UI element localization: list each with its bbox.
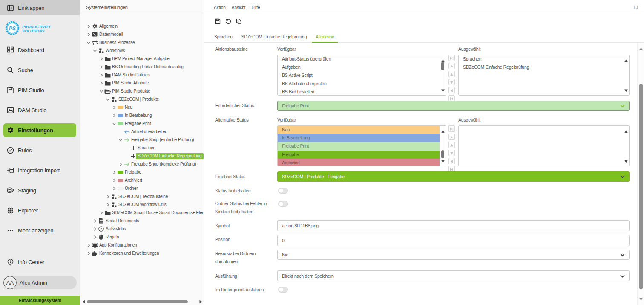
tree-node-artikel-berarbeiten[interactable]: Artikel überarbeiten	[80, 128, 204, 136]
tree-node-konnektoren-und-erweiterungen[interactable]: Konnektoren und Erweiterungen	[80, 249, 204, 257]
im-hintergrund-toggle[interactable]	[278, 287, 288, 293]
chevron-right-icon[interactable]	[99, 81, 104, 85]
chevron-right-icon[interactable]	[93, 227, 97, 231]
chevron-right-icon[interactable]	[99, 211, 104, 215]
menu-hilfe[interactable]: Hilfe	[249, 5, 263, 10]
tab-sprachen[interactable]: Sprachen	[210, 29, 236, 43]
tab-sdzecom-einfache-regelpr-fung[interactable]: SDZeCOM Einfache Regelprüfung	[238, 29, 310, 43]
scroll-right-icon[interactable]	[198, 298, 204, 305]
chevron-down-icon[interactable]	[118, 138, 123, 142]
list-item[interactable]: In Bearbeitung	[278, 134, 440, 142]
scroll-down-icon[interactable]	[441, 86, 445, 94]
sidebar-item-explorer[interactable]: Explorer	[0, 200, 80, 221]
list-item[interactable]: SDZeCOM Einfache Regelprüfung	[459, 63, 629, 71]
alternative-status-selected-listbox[interactable]	[458, 125, 630, 166]
move-up-button[interactable]	[448, 71, 455, 77]
chevron-right-icon[interactable]	[86, 251, 91, 256]
user-menu[interactable]: AA Alex Admin	[3, 276, 77, 289]
move-right-button[interactable]	[448, 134, 455, 140]
scroll-down-icon[interactable]	[639, 295, 643, 302]
main-scroll-thumb[interactable]	[639, 84, 643, 289]
sidebar-item-info-center[interactable]: Info Center	[0, 252, 80, 272]
list-item[interactable]: Aufgaben	[278, 63, 446, 71]
ordner-status-toggle[interactable]	[278, 201, 288, 207]
aktionsbausteine-selected-listbox[interactable]: SprachenSDZeCOM Einfache Regelprüfung	[458, 55, 630, 96]
tree-node-sdzecom-smart-docs-smart-documents-elen[interactable]: SDZeCOM Smart Docs+ Smart Documents+ Ele…	[80, 209, 204, 217]
tree-node-smart-documents[interactable]: Smart Documents	[80, 217, 204, 225]
tree-node-sdzecom-textbausteine[interactable]: SDZeCOM | Textbausteine	[80, 192, 204, 200]
aktionsbausteine-available-listbox[interactable]: Attribut-Status überprüfenAufgabenBS Act…	[277, 55, 446, 96]
move-first-button[interactable]	[448, 55, 455, 61]
list-item[interactable]: Archiviert	[278, 159, 440, 166]
tree-horizontal-scrollbar[interactable]	[80, 298, 204, 305]
listbox-scrollbar[interactable]	[623, 126, 629, 166]
tree-node-sdzecom-einfache-regelpr-fung[interactable]: SDZeCOM Einfache Regelprüfung	[80, 152, 204, 160]
chevron-right-icon[interactable]	[118, 162, 123, 166]
tree-node-in-bearbeitung[interactable]: In Bearbeitung	[80, 111, 204, 119]
rekursiv-select[interactable]: Nie	[277, 250, 630, 260]
sidebar-item-rules[interactable]: Rules	[0, 140, 80, 160]
tree-node-bs-onboarding-portal-onboardcatalog[interactable]: BS Onboarding Portal Onboardcatalog	[80, 63, 204, 71]
tree-node-workflows[interactable]: Workflows	[80, 46, 204, 55]
sidebar-item-dam-studio[interactable]: DAM Studio	[0, 100, 80, 120]
tree-node-freigabe-shop-einfache-pr-fung-[interactable]: Freigabe Shop (einfache Prüfung)	[80, 136, 204, 144]
move-down-button[interactable]	[448, 79, 455, 85]
sidebar-collapse-button[interactable]: Einklappen	[0, 0, 80, 15]
move-left-button[interactable]	[448, 87, 455, 93]
tree-node-regeln[interactable]: Regeln	[80, 233, 204, 241]
ausfuehrung-select[interactable]: Direkt nach dem Speichern	[277, 270, 630, 281]
menu-aktion[interactable]: Aktion	[211, 5, 229, 10]
tree-node-sprachen[interactable]: Sprachen	[80, 144, 204, 152]
list-item[interactable]: Attribut-Status überprüfen	[278, 55, 446, 63]
tree-node-sdzecom-produkte[interactable]: SDZeCOM | Produkte	[80, 95, 204, 103]
move-right-button[interactable]	[448, 63, 455, 69]
sidebar-item-einstellungen[interactable]: Einstellungen	[0, 120, 80, 140]
chevron-right-icon[interactable]	[93, 219, 97, 223]
sidebar-item-mehr-anzeigen[interactable]: Mehr anzeigen	[0, 221, 80, 241]
sidebar-item-staging[interactable]: Staging	[0, 180, 80, 200]
list-item[interactable]: Freigabe Print	[278, 142, 440, 150]
tree-node-freigabe-shop-komplexe-pr-fung-[interactable]: Freigabe Shop (komplexe Prüfung)	[80, 160, 204, 168]
tree-node-ordner[interactable]: Ordner	[80, 184, 204, 192]
tree-node-allgemein[interactable]: Allgemein	[80, 22, 204, 30]
scroll-up-icon[interactable]	[624, 56, 628, 64]
chevron-right-icon[interactable]	[106, 203, 110, 207]
listbox-scroll-thumb[interactable]	[441, 62, 444, 70]
chevron-right-icon[interactable]	[112, 186, 116, 191]
chevron-right-icon[interactable]	[93, 235, 97, 239]
sidebar-item-integration-import[interactable]: Integration Import	[0, 160, 80, 180]
tree-node-activejobs[interactable]: ActiveJobs	[80, 225, 204, 233]
list-item[interactable]: Sprachen	[459, 55, 629, 63]
scroll-up-icon[interactable]	[441, 127, 445, 135]
move-down-button[interactable]	[448, 150, 455, 156]
chevron-right-icon[interactable]	[86, 24, 91, 29]
list-item[interactable]: Freigabe	[278, 151, 440, 159]
chevron-right-icon[interactable]	[99, 73, 104, 77]
symbol-input[interactable]: action.80D1B8.png	[277, 220, 630, 231]
tree-node-app-konfigurationen[interactable]: App Konfigurationen	[80, 241, 204, 249]
move-left-button[interactable]	[448, 158, 455, 164]
chevron-right-icon[interactable]	[112, 170, 116, 174]
tree-node-pim-studio-attribute[interactable]: PIM Studio Attribute	[80, 79, 204, 87]
listbox-scrollbar[interactable]	[440, 126, 446, 166]
sidebar-item-suche[interactable]: Suche	[0, 60, 80, 80]
list-item[interactable]: BS Active Script	[278, 71, 446, 79]
scroll-up-icon[interactable]	[639, 44, 643, 52]
scroll-down-icon[interactable]	[624, 157, 628, 165]
tree-node-neu[interactable]: Neu	[80, 103, 204, 111]
list-item[interactable]: BS Attribute überprüfen	[278, 80, 446, 88]
chevron-down-icon[interactable]	[99, 89, 104, 93]
chevron-right-icon[interactable]	[112, 178, 116, 183]
erforderlicher-status-select[interactable]: Freigabe Print	[277, 101, 630, 111]
main-vertical-scrollbar[interactable]	[637, 43, 644, 305]
chevron-right-icon[interactable]	[86, 243, 91, 247]
move-first-button[interactable]	[448, 125, 455, 132]
status-beibehalten-toggle[interactable]	[278, 188, 288, 194]
tree-node-archiviert[interactable]: Archiviert	[80, 176, 204, 184]
scroll-down-icon[interactable]	[624, 86, 628, 94]
scroll-down-icon[interactable]	[441, 157, 445, 165]
chevron-right-icon[interactable]	[106, 195, 110, 199]
chevron-down-icon[interactable]	[112, 122, 116, 126]
ergebnis-status-select[interactable]: SDZeCOM | Produkte - Freigabe	[277, 171, 630, 182]
move-up-button[interactable]	[448, 142, 455, 148]
